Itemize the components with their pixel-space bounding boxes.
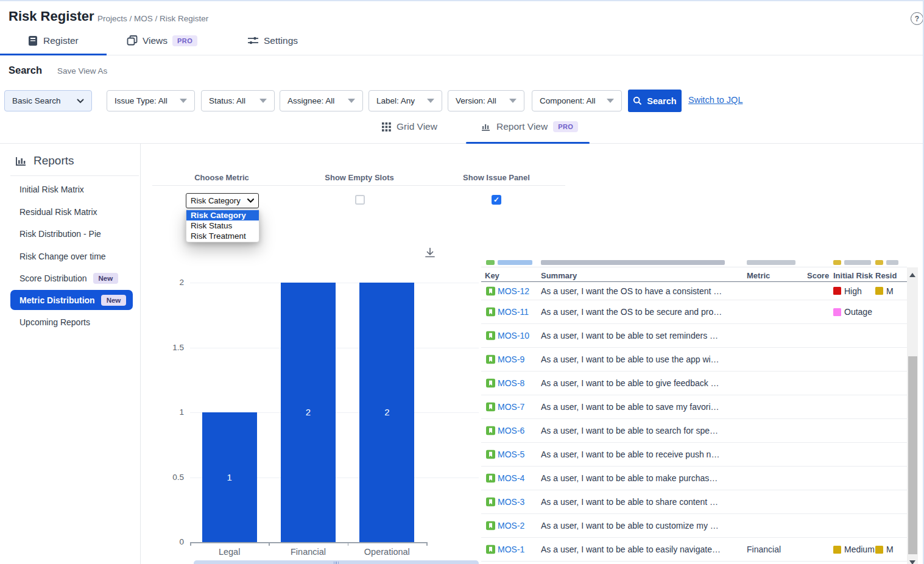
issue-summary: As a user, I want to be able to make pur… — [541, 473, 718, 483]
tab-views[interactable]: Views PRO — [127, 35, 197, 46]
sidebar-item-risk-change-over-time[interactable]: Risk Change over time — [10, 246, 133, 266]
issue-key-link[interactable]: MOS-7 — [498, 402, 524, 412]
risk-color-swatch — [833, 308, 841, 316]
caret-down-icon — [427, 99, 434, 103]
tab-register[interactable]: Register — [28, 35, 79, 46]
table-row-mos-4: MOS-4As a user, I want to be able to mak… — [481, 467, 907, 490]
metric-select[interactable]: Risk Category — [186, 193, 259, 208]
issue-key-link[interactable]: MOS-5 — [498, 449, 524, 459]
story-icon — [486, 355, 495, 364]
filter-pill[interactable]: Assignee: All — [280, 90, 363, 111]
sidebar-item-upcoming-reports[interactable]: Upcoming Reports — [10, 312, 133, 332]
grid-view-toggle[interactable]: Grid View — [382, 121, 437, 132]
filter-pill[interactable]: Label: Any — [369, 90, 442, 111]
grid-view-label: Grid View — [397, 121, 437, 132]
table-row-mos-10: MOS-10As a user, I want to be able to se… — [481, 324, 907, 348]
table-row-mos-1: MOS-1As a user, I want to be able to eas… — [481, 538, 907, 562]
story-icon — [486, 331, 495, 340]
show-issue-panel-checkbox[interactable]: ✓ — [492, 195, 501, 205]
filter-pill-label: Label: Any — [376, 96, 415, 105]
filter-pill-label: Issue Type: All — [115, 96, 168, 105]
issue-key-link[interactable]: MOS-3 — [498, 497, 524, 507]
search-button[interactable]: Search — [628, 90, 682, 112]
chart-horizontal-scrollbar[interactable] — [194, 560, 479, 564]
x-axis-tick — [348, 542, 349, 546]
metric-select-value: Risk Category — [191, 196, 241, 205]
sidebar-item-residual-risk-matrix[interactable]: Residual Risk Matrix — [10, 202, 133, 222]
column-header-initial-risk: Initial Risk — [833, 271, 873, 280]
issue-key-link[interactable]: MOS-12 — [498, 286, 529, 296]
column-header-score: Score — [807, 271, 831, 280]
tab-settings-label: Settings — [264, 35, 298, 46]
issue-summary: As a user, I want the OS to be secure an… — [541, 307, 722, 317]
risk-color-swatch — [875, 546, 883, 554]
risk-register-page: Risk Register Projects / MOS / Risk Regi… — [0, 0, 924, 564]
sidebar-item-risk-distribution-pie[interactable]: Risk Distribution - Pie — [10, 224, 133, 244]
story-icon — [486, 379, 495, 388]
issue-metric: Financial — [747, 545, 781, 554]
issue-summary: As a user, I want to be able to use the … — [541, 354, 719, 364]
risk-color-swatch — [833, 287, 841, 295]
switch-to-jql-link[interactable]: Switch to JQL — [688, 95, 742, 105]
filter-pill[interactable]: Component: All — [532, 90, 622, 111]
filter-pill[interactable]: Status: All — [201, 90, 275, 111]
tab-settings[interactable]: Settings — [247, 35, 298, 46]
report-view-toggle[interactable]: Report View PRO — [481, 121, 578, 132]
metric-option[interactable]: Risk Status — [186, 220, 259, 231]
initial-risk-badge: High — [833, 286, 862, 296]
table-row-mos-9: MOS-9As a user, I want to be able to use… — [481, 348, 907, 372]
register-active-underline — [0, 54, 107, 55]
x-axis-category-label: Operational — [364, 547, 410, 557]
table-row-mos-12: MOS-12As a user, I want the OS to have a… — [481, 282, 907, 300]
issue-key-link[interactable]: MOS-1 — [498, 545, 524, 554]
table-scrollbar-thumb[interactable] — [908, 356, 917, 554]
select-chevron-icon — [247, 199, 254, 203]
new-badge: New — [101, 295, 127, 306]
show-empty-slots-label: Show Empty Slots — [325, 173, 393, 182]
sidebar-item-label: Score Distribution — [19, 273, 87, 283]
issue-key-link[interactable]: MOS-10 — [498, 331, 529, 340]
issue-key-link[interactable]: MOS-8 — [498, 378, 524, 388]
check-icon: ✓ — [493, 196, 499, 204]
column-header-summary: Summary — [541, 271, 736, 280]
caret-down-icon — [180, 99, 187, 103]
scrollbar-down-arrow[interactable] — [909, 560, 915, 564]
show-empty-slots-checkbox[interactable] — [355, 195, 365, 205]
metric-option[interactable]: Risk Category — [186, 210, 259, 220]
x-axis-tick — [269, 542, 270, 546]
scrollbar-up-arrow[interactable] — [909, 273, 915, 277]
residual-risk-badge: M — [875, 286, 894, 296]
story-icon — [486, 474, 495, 483]
risk-color-swatch — [833, 546, 841, 554]
sidebar-item-metric-distribution[interactable]: Metric DistributionNew — [10, 290, 133, 310]
chevron-down-icon — [77, 99, 84, 104]
save-view-as-link[interactable]: Save View As — [57, 66, 107, 76]
page-title: Risk Register — [9, 9, 94, 24]
filter-pill[interactable]: Version: All — [448, 90, 524, 111]
issue-key-link[interactable]: MOS-6 — [498, 426, 524, 435]
issue-key-link[interactable]: MOS-9 — [498, 354, 524, 364]
sidebar-item-score-distribution[interactable]: Score DistributionNew — [10, 268, 133, 288]
basic-search-dropdown[interactable]: Basic Search — [4, 90, 92, 111]
filter-pill[interactable]: Issue Type: All — [107, 90, 195, 111]
issue-key-link[interactable]: MOS-2 — [498, 521, 524, 531]
tab-views-label: Views — [143, 35, 168, 46]
clipped-row-fragment — [833, 260, 841, 265]
sidebar-item-label: Initial Risk Matrix — [19, 185, 84, 194]
story-icon — [486, 403, 495, 412]
sidebar-item-initial-risk-matrix[interactable]: Initial Risk Matrix — [10, 179, 133, 199]
story-icon — [486, 545, 495, 554]
settings-sliders-icon — [247, 35, 259, 46]
y-axis-tick-label: 0 — [160, 537, 184, 546]
clipped-row-fragment — [875, 260, 883, 265]
issue-key-link[interactable]: MOS-4 — [498, 473, 524, 483]
issue-key-link[interactable]: MOS-11 — [498, 307, 529, 317]
metric-option[interactable]: Risk Treatment — [186, 231, 259, 241]
help-icon[interactable]: ? — [911, 12, 923, 25]
sidebar-item-label: Metric Distribution — [19, 295, 95, 305]
caret-down-icon — [607, 99, 614, 103]
x-axis-category-label: Financial — [291, 547, 326, 557]
breadcrumb: Projects / MOS / Risk Register — [97, 14, 208, 23]
download-chart-icon[interactable] — [424, 247, 436, 259]
table-row-mos-3: MOS-3As a user, I want to be able to sha… — [481, 490, 907, 514]
